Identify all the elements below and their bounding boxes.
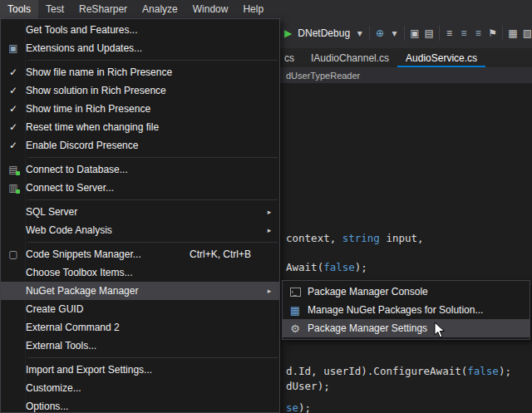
tab-label: IAudioChannel.cs — [311, 52, 389, 64]
menu-item-code-snippets-manager[interactable]: ▢Code Snippets Manager...Ctrl+K, Ctrl+B — [1, 245, 279, 263]
menu-item-label: External Tools... — [26, 340, 263, 352]
menu-item-label: Choose Toolbox Items... — [26, 267, 263, 278]
menu-separator — [27, 242, 278, 243]
submenu-item-package-manager-settings[interactable]: ⚙Package Manager Settings — [283, 319, 530, 337]
tab-audioservice-cs[interactable]: AudioService.cs — [397, 48, 485, 67]
menu-item-gutter: ▥ — [1, 183, 26, 193]
code-line: d.Id, userId).ConfigureAwait(false); — [286, 365, 511, 377]
console-icon: ›_ — [290, 288, 301, 297]
menu-item-external-command-2[interactable]: External Command 2 — [1, 318, 279, 337]
menu-separator — [27, 199, 278, 200]
tab-iaudiochannel-cs[interactable]: IAudioChannel.cs — [303, 48, 397, 67]
menu-item-label: Show solution in Rich Presence — [26, 85, 263, 96]
code-token: ); — [499, 365, 511, 377]
menu-separator — [27, 357, 278, 358]
tools-menu: Get Tools and Features...▣Extensions and… — [0, 18, 280, 413]
menu-item-web-code-analysis[interactable]: Web Code Analysis▸ — [1, 221, 279, 239]
menu-item-label: SQL Server — [26, 206, 263, 218]
submenu-item-gutter: ›_ — [283, 288, 308, 297]
menu-item-external-tools[interactable]: External Tools... — [1, 337, 279, 355]
menu-item-gutter: ✓ — [1, 104, 26, 114]
attach-caret-icon[interactable]: ▾ — [390, 28, 399, 38]
menu-item-extensions-and-updates[interactable]: ▣Extensions and Updates... — [1, 39, 279, 57]
menu-item-customize[interactable]: Customize... — [1, 379, 279, 397]
check-icon: ✓ — [9, 140, 17, 150]
code-token: Await( — [286, 261, 323, 273]
menu-item-label: Enable Discord Presence — [26, 140, 263, 151]
menu-item-label: Web Code Analysis — [26, 224, 263, 236]
menu-item-label: Connect to Server... — [26, 182, 263, 194]
tab-label: AudioService.cs — [406, 52, 477, 64]
menu-item-get-tools-and-features[interactable]: Get Tools and Features... — [1, 21, 279, 39]
extensions-icon: ▣ — [8, 43, 17, 53]
attach-process-icon[interactable]: ⊕ — [375, 28, 384, 38]
code-line: dUser); — [286, 380, 330, 392]
menu-item-gutter: ▣ — [1, 43, 26, 53]
menu-item-create-guid[interactable]: Create GUID — [1, 300, 279, 318]
menubar-item-window[interactable]: Window — [185, 0, 236, 18]
menubar-item-help[interactable]: Help — [235, 0, 271, 18]
mouse-cursor — [434, 322, 446, 339]
menu-item-label: Show file name in Rich Presence — [26, 66, 263, 78]
menu-separator — [27, 157, 278, 158]
menu-item-label: Get Tools and Features... — [26, 24, 263, 36]
menubar-item-tools[interactable]: Tools — [0, 0, 38, 18]
menu-item-show-file-name-in-rich-presence[interactable]: ✓Show file name in Rich Presence — [1, 63, 279, 81]
code-token: dUser); — [286, 380, 330, 392]
run-config-label[interactable]: DNetDebug — [298, 27, 350, 39]
menu-item-show-time-in-rich-presence[interactable]: ✓Show time in Rich Presence — [1, 100, 279, 118]
line-comment-icon[interactable]: ≡ — [445, 28, 454, 38]
submenu-arrow-icon: ▸ — [263, 287, 276, 295]
toolbar-separator — [369, 26, 370, 41]
submenu-arrow-icon: ▸ — [263, 226, 276, 234]
menu-item-label: Customize... — [26, 382, 263, 394]
submenu-item-manage-nuget-packages-for-solution[interactable]: ▦Manage NuGet Packages for Solution... — [283, 301, 530, 319]
submenu-item-label: Package Manager Console — [308, 286, 513, 297]
code-token: ); — [355, 261, 367, 273]
menu-item-enable-discord-presence[interactable]: ✓Enable Discord Presence — [1, 136, 279, 155]
options-grid-icon[interactable]: ▧ — [523, 28, 532, 38]
indent-decrease-icon[interactable]: ≡ — [459, 28, 468, 38]
menu-item-choose-toolbox-items[interactable]: Choose Toolbox Items... — [1, 263, 279, 282]
toolbox-icon[interactable]: ▦ — [508, 28, 517, 38]
breadcrumb[interactable]: dUserTypeReader — [286, 71, 360, 81]
menu-item-gutter: ▢ — [1, 249, 26, 259]
menubar-item-resharper[interactable]: ReSharper — [71, 0, 135, 18]
check-icon: ✓ — [9, 86, 17, 96]
menu-item-options[interactable]: Options... — [1, 397, 279, 413]
check-icon: ✓ — [9, 67, 17, 77]
start-debug-icon[interactable]: ▶ — [283, 28, 293, 38]
menu-item-connect-to-server[interactable]: ▥Connect to Server... — [1, 179, 279, 197]
run-config-caret-icon[interactable]: ▾ — [355, 28, 364, 38]
menu-item-gutter: ▤ — [1, 165, 26, 175]
code-line: Await(false); — [286, 261, 367, 273]
submenu-item-gutter: ▦ — [283, 305, 308, 316]
menubar-item-test[interactable]: Test — [38, 0, 71, 18]
submenu-item-label: Manage NuGet Packages for Solution... — [308, 304, 513, 316]
menu-item-gutter: ✓ — [1, 140, 26, 150]
code-token: context, — [286, 232, 342, 244]
bookmark-icon[interactable]: ⚑ — [488, 28, 497, 38]
tab-label: cs — [284, 52, 294, 64]
menu-item-label: Import and Export Settings... — [26, 364, 263, 376]
nuget-submenu: ›_Package Manager Console▦Manage NuGet P… — [282, 280, 530, 340]
menu-item-connect-to-database[interactable]: ▤Connect to Database... — [1, 160, 279, 179]
database-icon: ▤ — [8, 165, 17, 175]
menubar: ToolsTestReSharperAnalyzeWindowHelp — [0, 0, 532, 18]
menu-item-nuget-package-manager[interactable]: NuGet Package Manager▸ — [1, 282, 279, 300]
menu-item-sql-server[interactable]: SQL Server▸ — [1, 203, 279, 221]
menu-separator — [27, 60, 278, 61]
split-window-icon[interactable]: ▤ — [425, 28, 434, 38]
submenu-item-package-manager-console[interactable]: ›_Package Manager Console — [283, 283, 530, 301]
menu-item-gutter: ✓ — [1, 67, 26, 77]
menu-item-show-solution-in-rich-presence[interactable]: ✓Show solution in Rich Presence — [1, 81, 279, 100]
code-line: context, string input, — [286, 232, 424, 244]
menu-item-reset-time-when-changing-file[interactable]: ✓Reset time when changing file — [1, 118, 279, 136]
indent-increase-icon[interactable]: ≡ — [474, 28, 483, 38]
code-line: se); — [286, 401, 311, 413]
menubar-item-analyze[interactable]: Analyze — [135, 0, 185, 18]
server-icon: ▥ — [8, 183, 17, 193]
code-token: false — [467, 365, 499, 377]
menu-item-import-and-export-settings[interactable]: Import and Export Settings... — [1, 361, 279, 379]
new-window-icon[interactable]: ▣ — [410, 28, 419, 38]
